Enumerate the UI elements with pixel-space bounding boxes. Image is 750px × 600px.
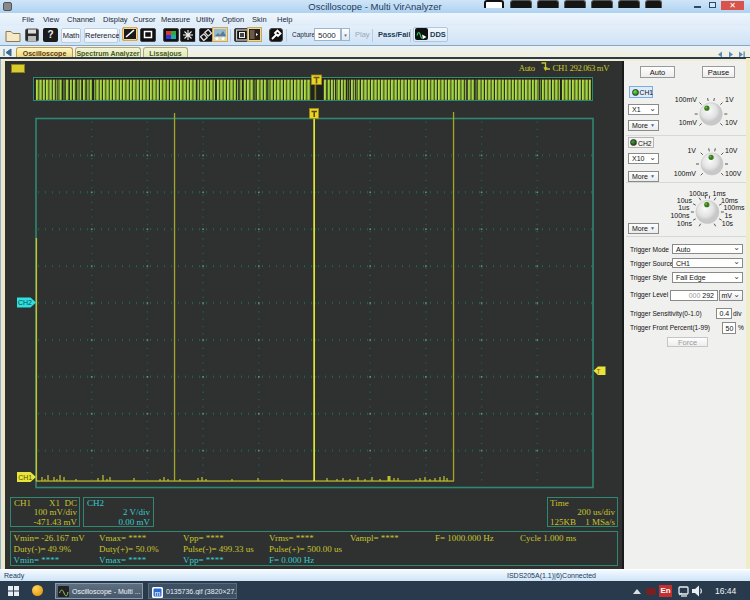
- svg-text:1V: 1V: [687, 147, 696, 154]
- svg-text:10V: 10V: [725, 119, 738, 126]
- svg-text:10ns: 10ns: [677, 220, 693, 227]
- svg-text:10s: 10s: [722, 220, 734, 227]
- svg-text:10mV: 10mV: [679, 119, 698, 126]
- svg-text:CH1: CH1: [18, 474, 32, 481]
- svg-text:10ms: 10ms: [721, 197, 739, 204]
- svg-text:m: m: [155, 589, 161, 596]
- svg-text:1s: 1s: [725, 212, 733, 219]
- svg-text:100mV: 100mV: [675, 96, 698, 103]
- svg-text:100mV: 100mV: [674, 170, 697, 177]
- svg-text:1us: 1us: [678, 204, 690, 211]
- svg-text:CH2: CH2: [18, 299, 32, 306]
- svg-text:100ns: 100ns: [670, 212, 690, 219]
- svg-text:10us: 10us: [677, 197, 693, 204]
- svg-text:T: T: [597, 368, 601, 375]
- svg-text:10V: 10V: [725, 147, 738, 154]
- svg-text:100V: 100V: [725, 170, 742, 177]
- svg-text:100ms: 100ms: [724, 204, 746, 211]
- svg-text:1V: 1V: [725, 96, 734, 103]
